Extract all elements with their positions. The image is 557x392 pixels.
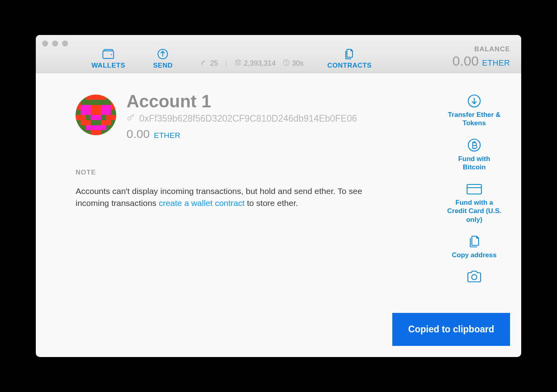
svg-rect-15 <box>81 120 91 125</box>
peers-stat: 25 <box>201 59 218 68</box>
note-section: NOTE Accounts can't display incoming tra… <box>76 169 423 210</box>
account-balance-amount: 0.00 <box>127 127 150 140</box>
account-balance-unit: ETHER <box>154 131 181 140</box>
credit-card-icon <box>466 181 483 197</box>
account-balance: 0.00 ETHER <box>127 127 357 141</box>
main-column: Account 1 0xFf359b628f56D3202CF9C810D246… <box>76 91 438 286</box>
create-wallet-contract-link[interactable]: create a wallet contract <box>159 198 245 208</box>
peers-value: 25 <box>210 59 218 68</box>
svg-rect-13 <box>106 115 117 120</box>
note-text: Accounts can't display incoming transact… <box>76 185 390 210</box>
svg-rect-7 <box>76 100 81 110</box>
sync-stat: 30s <box>283 59 304 68</box>
svg-rect-11 <box>91 105 101 115</box>
svg-rect-18 <box>91 130 101 135</box>
transfer-label: Transfer Ether & Tokens <box>446 111 502 128</box>
fund-card-action[interactable]: Fund with a Credit Card (U.S. only) <box>446 181 502 224</box>
svg-rect-22 <box>467 184 481 194</box>
toast-text: Copied to clipboard <box>408 324 494 334</box>
note-heading: NOTE <box>76 169 423 177</box>
svg-point-21 <box>468 139 480 151</box>
svg-rect-9 <box>81 105 91 115</box>
nav-send-label: SEND <box>153 62 173 70</box>
block-stat: 2,393,314 <box>234 59 276 68</box>
nav-wallets-label: WALLETS <box>92 62 125 70</box>
content: Account 1 0xFf359b628f56D3202CF9C810D246… <box>36 73 521 286</box>
download-circle-icon <box>467 93 481 109</box>
camera-icon <box>466 269 482 285</box>
svg-rect-17 <box>86 125 106 130</box>
svg-rect-16 <box>101 120 111 125</box>
balance-label: BALANCE <box>452 45 510 53</box>
toast-notification: Copied to clipboard <box>392 313 510 346</box>
fund-bitcoin-label: Fund with Bitcoin <box>446 155 502 172</box>
account-identicon <box>76 95 116 135</box>
account-name: Account 1 <box>127 91 357 111</box>
key-icon <box>127 113 135 124</box>
svg-rect-8 <box>111 100 116 110</box>
wifi-icon <box>201 59 208 68</box>
separator: | <box>225 59 227 68</box>
sidebar-actions: Transfer Ether & Tokens Fund with Bitcoi… <box>438 91 510 286</box>
nav-contracts[interactable]: CONTRACTS <box>327 48 372 70</box>
svg-point-19 <box>128 117 131 120</box>
account-meta: Account 1 0xFf359b628f56D3202CF9C810D246… <box>127 91 357 141</box>
note-text-after: to store ether. <box>245 198 298 208</box>
network-stats: 25 | 2,393,314 <box>201 59 304 70</box>
copy-icon <box>467 233 481 249</box>
titlebar: WALLETS SEND <box>36 35 521 73</box>
transfer-action[interactable]: Transfer Ether & Tokens <box>446 93 502 128</box>
sync-value: 30s <box>292 59 304 68</box>
account-address[interactable]: 0xFf359b628f56D3202CF9C810D246db914Eb0FE… <box>139 113 357 124</box>
svg-rect-12 <box>76 115 86 120</box>
balance-unit: ETHER <box>482 58 510 67</box>
block-value: 2,393,314 <box>244 59 276 68</box>
nav-contracts-label: CONTRACTS <box>327 62 372 70</box>
fund-bitcoin-action[interactable]: Fund with Bitcoin <box>446 137 502 172</box>
contracts-icon <box>343 48 355 60</box>
header-balance: BALANCE 0.00 ETHER <box>452 45 510 70</box>
copy-address-label: Copy address <box>452 251 497 259</box>
copy-address-action[interactable]: Copy address <box>452 233 497 259</box>
app-window: WALLETS SEND <box>36 35 521 357</box>
send-icon <box>157 48 168 60</box>
account-address-row: 0xFf359b628f56D3202CF9C810D246db914Eb0FE… <box>127 113 357 124</box>
wallet-icon <box>102 48 114 60</box>
svg-rect-14 <box>91 115 101 120</box>
svg-rect-6 <box>86 95 106 100</box>
svg-rect-10 <box>101 105 111 115</box>
balance-amount: 0.00 <box>452 53 479 68</box>
account-header: Account 1 0xFf359b628f56D3202CF9C810D246… <box>76 91 423 141</box>
svg-point-1 <box>111 54 112 55</box>
nav-row: WALLETS SEND <box>36 45 521 70</box>
layers-icon <box>234 59 241 68</box>
clock-icon <box>283 59 290 68</box>
svg-point-24 <box>472 275 477 280</box>
fund-card-label: Fund with a Credit Card (U.S. only) <box>446 198 502 224</box>
bitcoin-icon <box>467 137 481 153</box>
svg-point-3 <box>202 64 203 65</box>
qr-code-action[interactable] <box>466 269 482 286</box>
svg-rect-0 <box>103 51 114 58</box>
nav-wallets[interactable]: WALLETS <box>92 48 125 70</box>
nav-send[interactable]: SEND <box>153 48 173 70</box>
